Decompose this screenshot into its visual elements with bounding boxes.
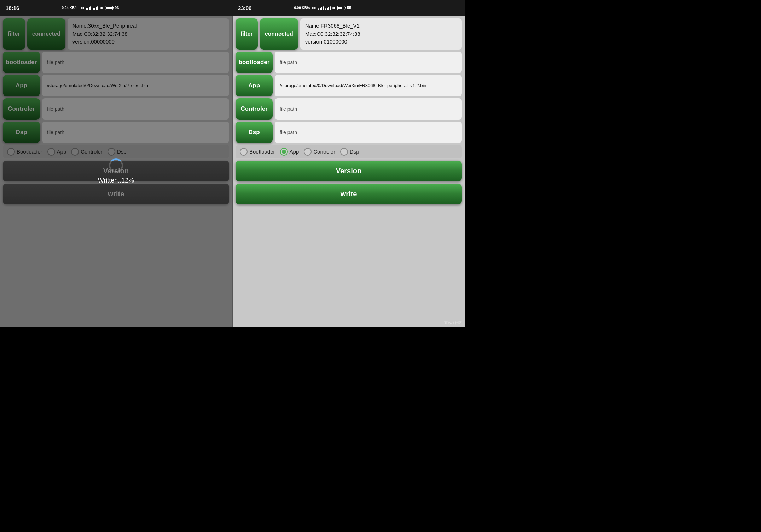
app-row-right: App /storage/emulated/0/Download/WeiXin/… (236, 75, 462, 96)
controller-row-right: Controler file path (236, 98, 462, 120)
main-content: filter connected Name:30xx_Ble_Periphrea… (0, 16, 465, 327)
spinner-icon-left (109, 158, 123, 173)
data-speed-right: 0.00 KB/s HD (294, 6, 316, 10)
radio-row-right: Bootloader App Controler Dsp (236, 145, 462, 158)
bootloader-path-right[interactable]: file path (275, 52, 462, 73)
dsp-path-right[interactable]: file path (275, 122, 462, 143)
radio-dsp-right[interactable]: Dsp (340, 148, 359, 156)
status-icons-right: 0.00 KB/s HD ≈ 55 (294, 5, 351, 11)
signal-bars-left (86, 6, 91, 10)
data-speed-left: 0.04 KB/s HD (62, 6, 84, 10)
bootloader-row-right: bootloader file path (236, 52, 462, 73)
connected-button-right[interactable]: connected (260, 18, 298, 50)
wifi-icon-right: ≈ (332, 5, 335, 11)
filter-button-right[interactable]: filter (236, 18, 258, 50)
dsp-row-right: Dsp file path (236, 122, 462, 143)
radio-bootloader-right[interactable]: Bootloader (240, 148, 275, 156)
signal-bars2-right (325, 6, 331, 10)
controller-path-right[interactable]: file path (275, 98, 462, 120)
right-header-row: filter connected Name:FR3068_Ble_V2 Mac:… (236, 18, 462, 50)
dsp-button-right[interactable]: Dsp (236, 122, 273, 143)
device-info-right: Name:FR3068_Ble_V2 Mac:C0:32:32:32:74:38… (300, 18, 462, 50)
status-bar-right: 23:06 0.00 KB/s HD ≈ 55 (232, 0, 465, 16)
radio-controller-right[interactable]: Controler (304, 148, 335, 156)
watermark: 面包板社区 (444, 320, 462, 325)
version-button-right[interactable]: Version (236, 161, 462, 181)
right-panel: filter connected Name:FR3068_Ble_V2 Mac:… (233, 16, 465, 327)
spinner-overlay-left: Written..12% (0, 16, 232, 327)
status-bar: 18:16 0.04 KB/s HD ≈ 93 (0, 0, 465, 16)
device-version-right: version:01000000 (305, 38, 457, 46)
battery-icon-right (337, 6, 345, 10)
radio-circle-app-right (280, 148, 288, 156)
signal-bars2-left (93, 6, 98, 10)
radio-app-right[interactable]: App (280, 148, 299, 156)
battery-pct-left: 93 (115, 6, 119, 10)
signal-bars-right (318, 6, 324, 10)
wifi-icon-left: ≈ (100, 5, 103, 11)
spinner-text-left: Written..12% (98, 177, 134, 184)
time-right: 23:06 (238, 5, 251, 11)
bootloader-button-right[interactable]: bootloader (236, 52, 273, 73)
device-name-right: Name:FR3068_Ble_V2 (305, 22, 457, 30)
app-button-right[interactable]: App (236, 75, 273, 96)
radio-circle-bootloader-right (240, 148, 248, 156)
radio-circle-dsp-right (340, 148, 348, 156)
status-bar-left: 18:16 0.04 KB/s HD ≈ 93 (0, 0, 232, 16)
device-mac-right: Mac:C0:32:32:32:74:38 (305, 30, 457, 38)
radio-circle-controller-right (304, 148, 312, 156)
time-left: 18:16 (6, 5, 19, 11)
status-icons-left: 0.04 KB/s HD ≈ 93 (62, 5, 119, 11)
left-panel: filter connected Name:30xx_Ble_Periphrea… (0, 16, 233, 327)
controller-button-right[interactable]: Controler (236, 98, 273, 120)
app-path-right[interactable]: /storage/emulated/0/Download/WeiXin/FR30… (275, 75, 462, 96)
battery-pct-right: 55 (347, 6, 351, 10)
write-button-right[interactable]: write (236, 184, 462, 204)
battery-icon-left (105, 6, 113, 10)
